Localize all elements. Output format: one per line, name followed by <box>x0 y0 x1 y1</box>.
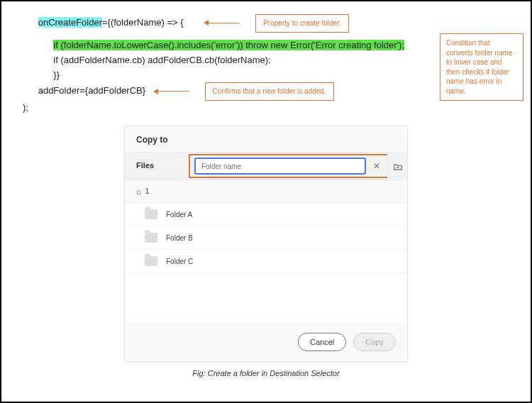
dialog-footer: Cancel Copy <box>125 323 407 361</box>
folder-icon <box>145 256 157 266</box>
breadcrumb-icon: ⌂ <box>136 187 141 196</box>
highlight-prop: onCreateFolder <box>38 17 102 28</box>
dialog-title: Copy to <box>125 126 407 152</box>
copy-button[interactable]: Copy <box>353 333 396 351</box>
list-item[interactable]: Folder A <box>125 203 407 226</box>
cancel-button[interactable]: Cancel <box>298 333 346 351</box>
close-icon[interactable]: ✕ <box>370 161 383 171</box>
breadcrumb: ⌂ 1 <box>125 180 407 203</box>
callout-confirm: Confirms that a new folder is added. <box>205 82 334 101</box>
folder-icon <box>145 209 157 219</box>
folder-icon <box>145 233 157 243</box>
breadcrumb-path: 1 <box>145 187 150 195</box>
folder-label: Folder A <box>166 211 192 219</box>
list-item[interactable]: Folder C <box>125 250 407 273</box>
folder-label: Folder B <box>166 234 193 242</box>
figure-caption: Fig: Create a folder in Destination Sele… <box>1 369 531 377</box>
files-label: Files <box>125 153 189 180</box>
new-folder-highlight: ✕ ✔ <box>189 154 406 178</box>
highlight-condition: if (folderName.toLowerCase().includes('e… <box>53 40 404 50</box>
callout-property: Property to create folder. <box>255 14 349 33</box>
folder-name-input[interactable] <box>194 158 366 175</box>
folder-label: Folder C <box>166 258 193 265</box>
callout-condition: Condition that converts folder name to l… <box>440 33 523 101</box>
add-folder-icon[interactable] <box>387 153 407 181</box>
folder-list: Folder A Folder B Folder C <box>125 203 407 323</box>
arrow-left-icon <box>153 89 189 94</box>
list-item[interactable]: Folder B <box>125 226 407 250</box>
copy-to-dialog: Copy to Files ✕ ✔ ⌂ 1 Folder A Folder <box>124 126 408 362</box>
arrow-left-icon <box>204 20 240 26</box>
